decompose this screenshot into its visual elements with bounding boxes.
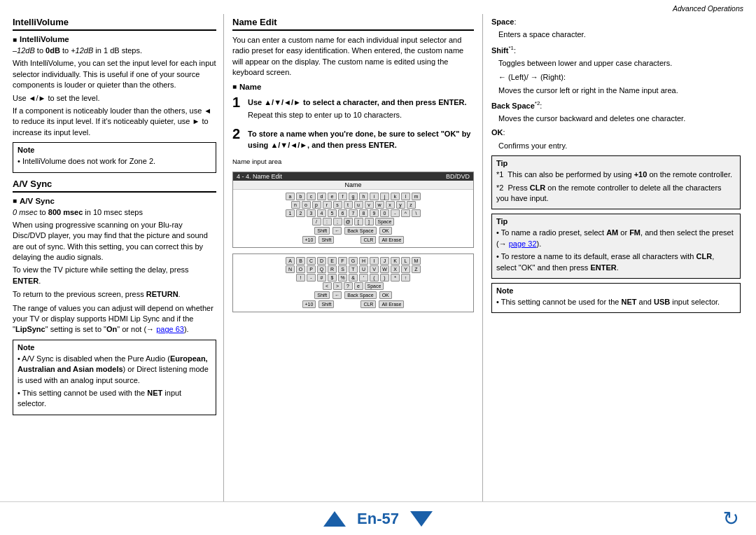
kb-key-L[interactable]: L [401, 257, 410, 265]
kb-key-e-upper[interactable]: e [354, 282, 363, 290]
kb-key-gt[interactable]: > [333, 282, 342, 290]
kb-key-2[interactable]: 2 [296, 209, 305, 217]
kb-key-u[interactable]: u [354, 201, 363, 209]
kb-key-dash2[interactable]: - [307, 274, 316, 282]
kb-key-t[interactable]: t [344, 201, 353, 209]
kb-key-1[interactable]: 1 [286, 209, 295, 217]
kb-key-lparen[interactable]: ( [370, 274, 379, 282]
kb-key-p[interactable]: p [312, 201, 321, 209]
nav-next-arrow[interactable] [410, 511, 433, 527]
kb-key-5[interactable]: 5 [328, 209, 337, 217]
kb-key-W[interactable]: W [380, 265, 389, 273]
kb-key-o[interactable]: o [302, 201, 311, 209]
kb-key-A[interactable]: A [286, 257, 295, 265]
kb-key-8[interactable]: 8 [359, 209, 368, 217]
kb-shift-btn2[interactable]: Shift [314, 291, 330, 299]
kb-key-l[interactable]: l [401, 193, 410, 200]
kb-key-amp[interactable]: & [349, 274, 358, 282]
kb-key-B[interactable]: B [296, 257, 305, 265]
kb-key-n[interactable]: n [291, 201, 300, 209]
kb-key-z[interactable]: z [407, 201, 416, 209]
kb-key-I[interactable]: I [370, 257, 379, 265]
kb-key-rbracket[interactable]: ] [365, 218, 374, 225]
kb-key-i[interactable]: i [370, 193, 379, 200]
kb-key-j[interactable]: j [380, 193, 389, 200]
kb-key-9[interactable]: 9 [370, 209, 379, 217]
kb-key-a[interactable]: a [286, 193, 295, 200]
kb-shift2[interactable]: Shift [318, 236, 334, 244]
kb-all-erase[interactable]: All Erase [379, 236, 404, 244]
kb-key-y[interactable]: y [396, 201, 405, 209]
kb-key-colon[interactable]: : [323, 218, 332, 225]
kb-key-r[interactable]: r [323, 201, 332, 209]
kb-key-bslash[interactable]: \ [412, 209, 421, 217]
kb-backspace-btn2[interactable]: Back Space [344, 291, 376, 299]
kb-key-dash[interactable]: - [391, 209, 400, 217]
kb-key-lt[interactable]: < [323, 282, 332, 290]
kb-key-U[interactable]: U [359, 265, 368, 273]
kb-key-h[interactable]: h [359, 193, 368, 200]
kb-key-0[interactable]: 0 [380, 209, 389, 217]
kb-key-Z[interactable]: Z [412, 265, 421, 273]
kb-key-Y[interactable]: Y [401, 265, 410, 273]
nav-prev-arrow[interactable] [323, 511, 346, 527]
kb-key-x[interactable]: x [386, 201, 395, 209]
kb-key-C[interactable]: C [307, 257, 316, 265]
kb-key-J[interactable]: J [380, 257, 389, 265]
kb-key-v[interactable]: v [365, 201, 374, 209]
kb-key-e[interactable]: e [328, 193, 337, 200]
kb-ok-btn2[interactable]: OK [379, 291, 392, 299]
kb-key-slash[interactable]: / [312, 218, 321, 225]
kb-key-Q[interactable]: Q [317, 265, 326, 273]
kb-key-V[interactable]: V [370, 265, 379, 273]
kb-key-f[interactable]: f [338, 193, 347, 200]
kb-key-N[interactable]: N [286, 265, 295, 273]
kb-key-D[interactable]: D [317, 257, 326, 265]
kb-backspace-btn[interactable]: Back Space [344, 227, 376, 235]
kb-shift-btn[interactable]: Shift [314, 227, 330, 235]
kb-key-T[interactable]: T [349, 265, 358, 273]
back-button[interactable]: ↺ [723, 507, 739, 530]
kb-key-s[interactable]: s [333, 201, 342, 209]
kb-key-K[interactable]: K [391, 257, 400, 265]
kb-key-6[interactable]: 6 [338, 209, 347, 217]
kb-key-7[interactable]: 7 [349, 209, 358, 217]
kb-plus10-2[interactable]: +10 [302, 300, 316, 308]
kb-key-O[interactable]: O [296, 265, 305, 273]
kb-key-F[interactable]: F [338, 257, 347, 265]
kb-key-dollar[interactable]: $ [328, 274, 337, 282]
kb-key-S[interactable]: S [338, 265, 347, 273]
kb-key-at[interactable]: @ [344, 218, 353, 225]
kb-key-caret[interactable]: ^ [401, 209, 410, 217]
kb-clr[interactable]: CLR [360, 236, 376, 244]
kb-plus10[interactable]: +10 [302, 236, 316, 244]
kb-key-3[interactable]: 3 [307, 209, 316, 217]
kb-key-apos[interactable]: ' [359, 274, 368, 282]
kb-ok-btn[interactable]: OK [379, 227, 392, 235]
kb-key-R[interactable]: R [328, 265, 337, 273]
kb-key-space1[interactable]: Space [375, 218, 395, 225]
kb-key-hash[interactable]: # [317, 274, 326, 282]
kb-left-arrow2[interactable]: ← [332, 291, 342, 299]
kb-clr2[interactable]: CLR [360, 300, 376, 308]
kb-key-k[interactable]: k [391, 193, 400, 200]
kb-key-space2[interactable]: Space [365, 282, 384, 290]
kb-key-X[interactable]: X [391, 265, 400, 273]
kb-key-lbracket[interactable]: [ [354, 218, 363, 225]
kb-key-qmark[interactable]: ? [344, 282, 353, 290]
kb-key-excl[interactable]: ! [296, 274, 305, 282]
kb-left-arrow[interactable]: ← [332, 227, 342, 235]
kb-key-asterisk[interactable]: * [391, 274, 400, 282]
kb-key-d[interactable]: d [317, 193, 326, 200]
kb-key-E[interactable]: E [328, 257, 337, 265]
kb-key-rparen[interactable]: ) [380, 274, 389, 282]
kb-key-w[interactable]: w [375, 201, 384, 209]
kb-key-G[interactable]: G [349, 257, 358, 265]
kb-all-erase2[interactable]: All Erase [379, 300, 404, 308]
kb-key-M[interactable]: M [412, 257, 421, 265]
kb-key-4[interactable]: 4 [317, 209, 326, 217]
kb-key-P[interactable]: P [307, 265, 316, 273]
kb-key-up[interactable]: ↑ [401, 274, 410, 282]
kb-key-H[interactable]: H [359, 257, 368, 265]
kb-key-pct[interactable]: % [338, 274, 347, 282]
